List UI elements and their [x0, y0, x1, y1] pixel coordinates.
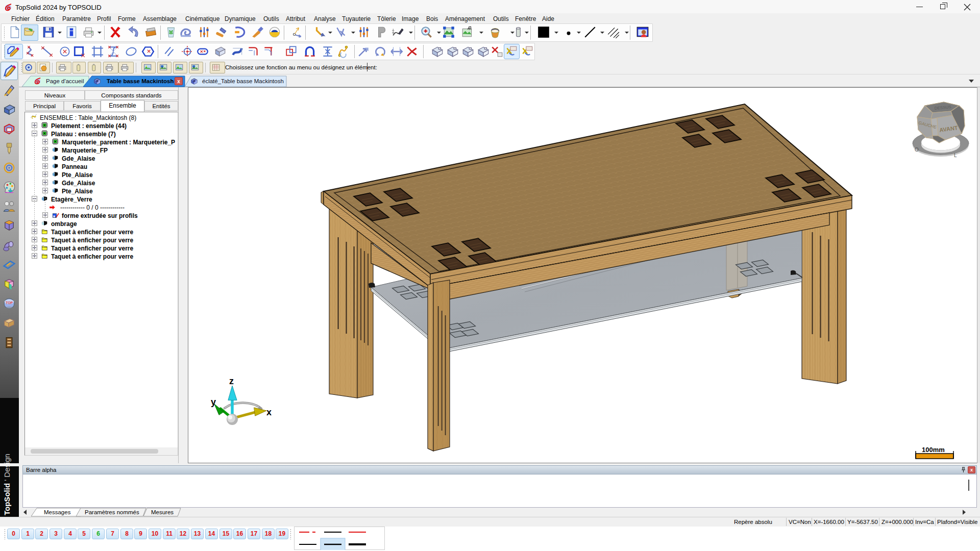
svg-text:L: L	[954, 153, 957, 158]
svg-text:100mm: 100mm	[922, 446, 945, 454]
svg-text:z: z	[229, 376, 234, 386]
svg-text:x: x	[266, 407, 272, 417]
svg-text:TOP: TOP	[6, 301, 13, 305]
svg-text:O: O	[915, 147, 919, 153]
svg-text:y: y	[211, 397, 216, 407]
